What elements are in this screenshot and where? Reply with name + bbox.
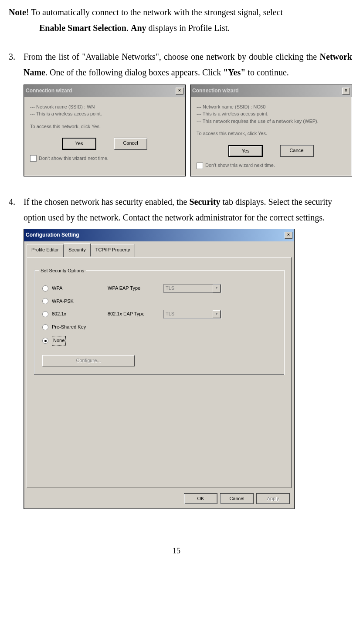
wpa-eap-type-combo[interactable]: TLS ▼ bbox=[163, 284, 221, 293]
radio-row-8021x: 802.1x 802.1x EAP Type TLS ▼ bbox=[42, 310, 276, 319]
security-tab-panel: Set Security Options WPA WPA EAP Type TL… bbox=[27, 257, 292, 488]
8021x-eap-type-combo[interactable]: TLS ▼ bbox=[163, 310, 221, 319]
configure-button[interactable]: Configure... bbox=[42, 355, 135, 366]
security-options-group: Set Security Options WPA WPA EAP Type TL… bbox=[34, 270, 284, 375]
combo-value: TLS bbox=[166, 284, 174, 293]
step-body: From the list of "Available Networks", c… bbox=[24, 49, 352, 190]
radio-wpa[interactable] bbox=[42, 285, 48, 291]
radio-label: WPA-PSK bbox=[52, 297, 104, 306]
note-block: Note! To automatically connect to the ne… bbox=[9, 4, 344, 36]
dialog-title: Connection wizard bbox=[192, 86, 239, 96]
radio-row-wpa: WPA WPA EAP Type TLS ▼ bbox=[42, 284, 276, 293]
button-row: Yes Cancel bbox=[30, 138, 179, 150]
button-row: Yes Cancel bbox=[197, 145, 346, 157]
radio-row-psk: Pre-Shared Key bbox=[42, 323, 276, 332]
configuration-setting-dialog: Configuration Setting × Profile Editor S… bbox=[24, 229, 295, 509]
cancel-button[interactable]: Cancel bbox=[114, 138, 147, 150]
chevron-down-icon: ▼ bbox=[213, 285, 221, 292]
radio-label: 802.1x bbox=[52, 310, 104, 319]
cancel-button[interactable]: Cancel bbox=[220, 493, 254, 505]
ok-button[interactable]: OK bbox=[184, 493, 217, 505]
wizard-line-ap: --- This is a wireless access point. bbox=[197, 110, 346, 118]
radio-wpa-psk[interactable] bbox=[42, 298, 48, 304]
checkbox-label: Don't show this wizard next time. bbox=[39, 154, 109, 163]
combo-value: TLS bbox=[166, 310, 174, 319]
note-text-mid: . bbox=[126, 23, 131, 33]
yes-button[interactable]: Yes bbox=[62, 138, 96, 150]
wizard-line-ssid: --- Network name (SSID) : NC60 bbox=[197, 103, 346, 111]
note-line-2: Enable Smart Selection. Any displays in … bbox=[9, 20, 344, 36]
dont-show-checkbox-row: Don't show this wizard next time. bbox=[30, 154, 179, 163]
8021x-eap-type-label: 802.1x EAP Type bbox=[108, 310, 160, 319]
wizard-line-ssid: --- Network name (SSID) : WN bbox=[30, 103, 179, 111]
radio-pre-shared-key[interactable] bbox=[42, 324, 48, 330]
connection-wizard-dialog-2: Connection wizard × --- Network name (SS… bbox=[190, 85, 352, 176]
radio-row-none: None bbox=[42, 336, 276, 346]
any-label: Any bbox=[131, 23, 146, 33]
radio-label: Pre-Shared Key bbox=[52, 323, 104, 332]
note-label: Note bbox=[9, 7, 26, 17]
step-3: 3. From the list of "Available Networks"… bbox=[9, 49, 344, 190]
dialog-title: Configuration Setting bbox=[26, 230, 79, 240]
radio-label: WPA bbox=[52, 284, 104, 293]
chevron-down-icon: ▼ bbox=[213, 310, 221, 318]
none-label-dotted: None bbox=[52, 336, 66, 346]
tab-security[interactable]: Security bbox=[64, 243, 91, 257]
wizard-prompt: To access this network, click Yes. bbox=[197, 130, 346, 137]
groupbox-label: Set Security Options bbox=[39, 267, 86, 275]
close-icon[interactable]: × bbox=[342, 88, 350, 95]
title-bar: Configuration Setting × bbox=[24, 229, 294, 241]
wizard-dialogs-row: Connection wizard × --- Network name (SS… bbox=[24, 85, 352, 176]
yes-button[interactable]: Yes bbox=[228, 145, 263, 157]
step3-text-b: . One of the following dialog boxes appe… bbox=[45, 68, 223, 77]
checkbox-label: Don't show this wizard next time. bbox=[205, 161, 275, 170]
step-body: If the chosen network has security enabl… bbox=[24, 194, 344, 509]
yes-bold: "Yes" bbox=[223, 68, 245, 77]
radio-8021x[interactable] bbox=[42, 311, 48, 317]
title-bar: Connection wizard × bbox=[190, 85, 352, 97]
step-number: 4. bbox=[9, 194, 24, 509]
close-icon[interactable]: × bbox=[285, 232, 292, 239]
checkbox[interactable] bbox=[197, 163, 203, 169]
page-number: 15 bbox=[9, 544, 344, 558]
wizard-line-wep: --- This network requires the use of a n… bbox=[197, 118, 346, 125]
wizard-line-ap: --- This is a wireless access point. bbox=[30, 110, 179, 118]
wpa-eap-type-label: WPA EAP Type bbox=[108, 284, 160, 293]
connection-wizard-dialog-1: Connection wizard × --- Network name (SS… bbox=[24, 85, 186, 176]
checkbox[interactable] bbox=[30, 155, 37, 162]
radio-label: None bbox=[52, 336, 104, 346]
step3-text-c: to continue. bbox=[245, 68, 289, 77]
dialog-body: --- Network name (SSID) : NC60 --- This … bbox=[190, 97, 352, 176]
note-text-end: displays in Profile List. bbox=[146, 23, 230, 33]
enable-smart-selection: Enable Smart Selection bbox=[39, 23, 126, 33]
cancel-button[interactable]: Cancel bbox=[280, 145, 314, 157]
security-bold: Security bbox=[189, 197, 220, 207]
step4-text-a: If the chosen network has security enabl… bbox=[24, 197, 189, 207]
step3-text-a: From the list of "Available Networks", c… bbox=[24, 52, 320, 61]
dialog-button-row: OK Cancel Apply bbox=[24, 491, 294, 509]
tab-tcpip[interactable]: TCP/IP Property bbox=[91, 244, 135, 257]
apply-button[interactable]: Apply bbox=[256, 493, 290, 505]
dont-show-checkbox-row: Don't show this wizard next time. bbox=[197, 161, 346, 170]
step-4: 4. If the chosen network has security en… bbox=[9, 194, 344, 509]
radio-row-wpa-psk: WPA-PSK bbox=[42, 297, 276, 306]
note-text-1: ! To automatically connect to the networ… bbox=[26, 7, 283, 17]
tab-row: Profile Editor Security TCP/IP Property bbox=[24, 241, 294, 257]
close-icon[interactable]: × bbox=[176, 88, 183, 95]
radio-none[interactable] bbox=[42, 338, 48, 344]
dialog-title: Connection wizard bbox=[26, 86, 72, 96]
tab-profile-editor[interactable]: Profile Editor bbox=[27, 244, 64, 257]
dialog-body: --- Network name (SSID) : WN --- This is… bbox=[24, 97, 185, 169]
wizard-prompt: To access this network, click Yes. bbox=[30, 123, 179, 130]
title-bar: Connection wizard × bbox=[24, 85, 185, 97]
step-number: 3. bbox=[9, 49, 24, 190]
